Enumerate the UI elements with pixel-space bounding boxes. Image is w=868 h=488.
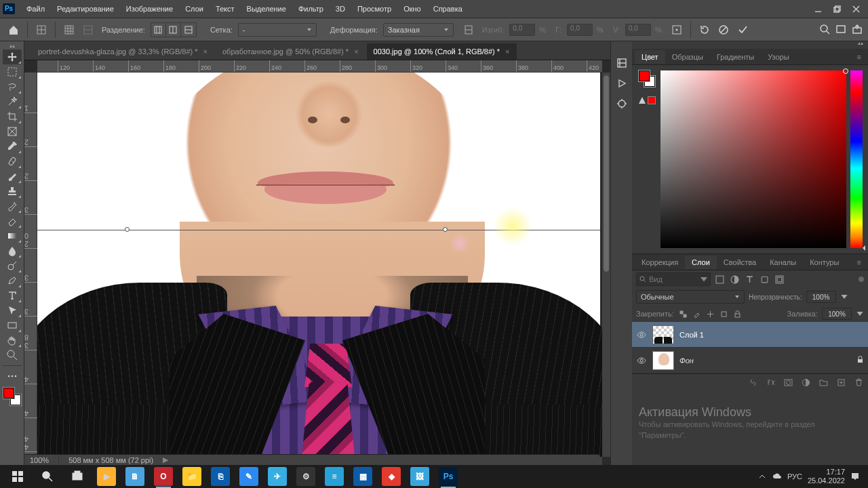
share-icon[interactable] bbox=[852, 24, 863, 36]
menu-image[interactable]: Изображение bbox=[120, 0, 179, 18]
grid-split-icon[interactable] bbox=[61, 22, 77, 38]
link-layers-icon[interactable] bbox=[747, 378, 758, 388]
tray-cloud-icon[interactable] bbox=[772, 472, 782, 481]
close-icon[interactable]: × bbox=[203, 47, 208, 56]
filter-pixel-icon[interactable] bbox=[713, 273, 726, 285]
taskbar-app[interactable]: 🖼 bbox=[406, 465, 434, 488]
move-tool[interactable] bbox=[3, 49, 22, 64]
taskview-button[interactable] bbox=[62, 465, 92, 488]
visibility-icon[interactable] bbox=[636, 329, 647, 340]
filter-adjust-icon[interactable] bbox=[728, 273, 741, 285]
taskbar-app[interactable]: ◆ bbox=[377, 465, 406, 488]
menu-edit[interactable]: Редактирование bbox=[51, 0, 120, 18]
actions-icon[interactable] bbox=[615, 77, 629, 90]
history-brush-tool[interactable] bbox=[3, 199, 22, 214]
search-button[interactable] bbox=[33, 465, 62, 488]
panels-collapse-icon[interactable] bbox=[632, 41, 868, 49]
tab-layers[interactable]: Слои bbox=[685, 256, 717, 269]
start-button[interactable] bbox=[3, 465, 33, 488]
menu-layers[interactable]: Слои bbox=[179, 0, 210, 18]
new-group-icon[interactable] bbox=[818, 378, 829, 388]
layer-name[interactable]: Слой 1 bbox=[679, 331, 704, 339]
fill-value[interactable]: 100% bbox=[822, 308, 852, 320]
marquee-tool[interactable] bbox=[3, 64, 22, 79]
taskbar-app[interactable]: ≡ bbox=[320, 465, 349, 488]
warp-select[interactable]: Заказная bbox=[383, 23, 454, 37]
layer-mask-icon[interactable] bbox=[783, 378, 793, 388]
opacity-value[interactable]: 100% bbox=[806, 291, 836, 303]
maximize-button[interactable] bbox=[827, 1, 846, 16]
cancel-transform-icon[interactable] bbox=[715, 22, 732, 38]
anchor-icon[interactable] bbox=[669, 22, 685, 38]
type-tool[interactable] bbox=[3, 288, 22, 303]
taskbar-app[interactable]: ⎘ bbox=[206, 465, 235, 488]
lock-pixels-icon[interactable] bbox=[692, 308, 703, 319]
panel-menu-icon[interactable]: ≡ bbox=[853, 53, 865, 61]
taskbar-app[interactable]: ⚙ bbox=[292, 465, 320, 488]
lock-position-icon[interactable] bbox=[705, 308, 716, 319]
filter-smart-icon[interactable] bbox=[773, 273, 785, 285]
fill-flyout-icon[interactable] bbox=[856, 308, 864, 320]
adjustment-layer-icon[interactable] bbox=[800, 378, 811, 388]
tray-chevron-icon[interactable] bbox=[757, 472, 767, 481]
menu-help[interactable]: Справка bbox=[427, 0, 469, 18]
zoom-tool[interactable] bbox=[3, 348, 22, 363]
split-rows-button[interactable] bbox=[166, 23, 181, 37]
layer-name[interactable]: Фон bbox=[679, 357, 694, 365]
grid-split-h-icon[interactable] bbox=[80, 22, 96, 38]
taskbar-app[interactable]: 📁 bbox=[178, 465, 206, 488]
tab-properties[interactable]: Свойства bbox=[717, 256, 763, 269]
tab-swatches[interactable]: Образцы bbox=[665, 50, 710, 64]
home-icon[interactable] bbox=[5, 22, 22, 38]
brush-tool[interactable] bbox=[3, 169, 22, 184]
vertical-scrollbar[interactable] bbox=[602, 73, 610, 457]
properties-icon[interactable] bbox=[615, 97, 629, 110]
menu-window[interactable]: Окно bbox=[397, 0, 427, 18]
split-cols-button[interactable] bbox=[151, 23, 166, 37]
history-icon[interactable] bbox=[615, 56, 629, 70]
new-layer-icon[interactable] bbox=[835, 378, 846, 388]
path-select-tool[interactable] bbox=[3, 303, 22, 318]
color-swatches[interactable] bbox=[3, 388, 21, 405]
wand-tool[interactable] bbox=[3, 94, 22, 109]
doc-tab-2[interactable]: 0030.jpg @ 100% (Слой 1, RGB/8#) *× bbox=[367, 43, 517, 60]
pen-tool[interactable] bbox=[3, 273, 22, 288]
panel-menu-icon[interactable]: ≡ bbox=[853, 258, 865, 266]
tab-adjustments[interactable]: Коррекция bbox=[635, 256, 685, 269]
lock-artboard-icon[interactable] bbox=[719, 308, 730, 319]
gamut-warning[interactable] bbox=[638, 96, 656, 104]
taskbar-photoshop[interactable]: Ps bbox=[434, 465, 462, 488]
saturation-value-field[interactable] bbox=[660, 70, 846, 248]
healing-tool[interactable] bbox=[3, 154, 22, 169]
tab-channels[interactable]: Каналы bbox=[763, 256, 803, 269]
lock-transparency-icon[interactable] bbox=[678, 308, 689, 319]
gradient-tool[interactable] bbox=[3, 228, 22, 243]
hand-tool[interactable] bbox=[3, 333, 22, 348]
filter-toggle[interactable] bbox=[859, 277, 864, 282]
delete-layer-icon[interactable] bbox=[853, 378, 864, 388]
close-button[interactable] bbox=[846, 1, 865, 16]
crop-tool[interactable] bbox=[3, 109, 22, 124]
vertical-ruler[interactable]: 1 2 2 3 20 3 3 38 4 4 44 bbox=[24, 73, 37, 457]
horizontal-ruler[interactable]: 120 140 160 180 200 220 240 260 280 300 … bbox=[37, 60, 602, 73]
doc-tab-0[interactable]: portret-devushka-glaza.jpg @ 33,3% (RGB/… bbox=[31, 43, 214, 60]
taskbar-app[interactable]: ▦ bbox=[349, 465, 377, 488]
warp-handle[interactable] bbox=[443, 227, 448, 232]
foreground-color[interactable] bbox=[3, 388, 14, 399]
close-icon[interactable]: × bbox=[354, 47, 358, 56]
taskbar-app[interactable]: ▶ bbox=[92, 465, 121, 488]
zoom-level[interactable]: 100% bbox=[30, 456, 49, 464]
stamp-tool[interactable] bbox=[3, 184, 22, 199]
commit-transform-icon[interactable] bbox=[734, 22, 751, 38]
rect-tool[interactable] bbox=[3, 318, 22, 333]
hdist-input[interactable]: 0,0 bbox=[567, 24, 593, 36]
layer-row[interactable]: Слой 1 bbox=[632, 322, 868, 348]
tab-gradients[interactable]: Градиенты bbox=[710, 50, 761, 64]
layer-fx-icon[interactable] bbox=[765, 378, 776, 388]
taskbar-app[interactable]: ✈ bbox=[263, 465, 292, 488]
notifications-icon[interactable] bbox=[850, 472, 860, 481]
layer-kind-select[interactable]: Вид bbox=[636, 272, 711, 286]
layer-thumbnail[interactable] bbox=[652, 351, 674, 370]
layer-row[interactable]: Фон bbox=[632, 348, 868, 373]
eyedropper-tool[interactable] bbox=[3, 139, 22, 154]
